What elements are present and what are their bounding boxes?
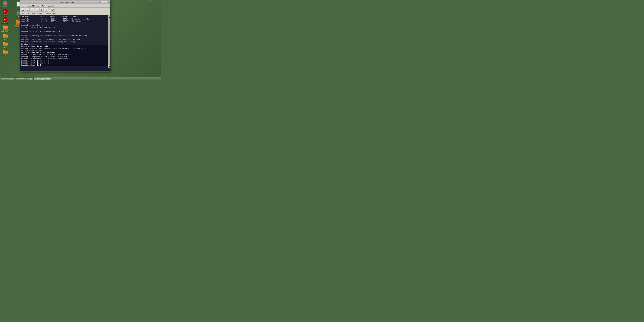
scrollbar[interactable]: ▲ ▼: [108, 15, 110, 68]
desktop-icon-5-2-label: 5.2: [18, 7, 20, 8]
desktop-icon-trash[interactable]: Trash: [0, 1, 10, 8]
terminal-content[interactable]: /dev/vda1 * 2048 411647 204800 83 Linux …: [20, 15, 110, 71]
trash-icon: [3, 1, 8, 6]
desktop-icon-disk-mgmt[interactable]: (2)磁盘管理: [0, 25, 10, 32]
term-line-3: [21, 22, 109, 24]
term-line-1: /dev/vda2 411648 1026047 307200 82 Linux…: [21, 18, 109, 20]
desktop-icon-4-27-label: 4.27: [4, 55, 6, 56]
move-icon[interactable]: ✛: [107, 8, 109, 12]
folder-icon-4: [3, 50, 8, 54]
toolbar-btn-monitor[interactable]: [21, 8, 25, 12]
term-line-0: /dev/vda1 * 2048 411647 204800 83 Linux: [21, 16, 109, 18]
term-line-5: The partition table has been altered!: [21, 26, 109, 29]
outer-menu-bar: File Virtual Machine View Send Key: [20, 4, 110, 8]
desktop-icon-5-1[interactable]: 5.1: [0, 42, 10, 48]
desktop-icon-view-desktop-label: iew Desktop: [1, 14, 9, 16]
term-line-18: mkswap: /dev/vda2: warning: wiping old s…: [21, 54, 109, 56]
term-line-14: [root@localhost ~]# partprobe: [21, 45, 109, 48]
svg-rect-23: [27, 10, 28, 11]
svg-rect-8: [18, 11, 19, 12]
taskbar-item-gedit[interactable]: [~/Desktop] - gedit: [0, 78, 15, 80]
term-line-12: the next reboot or after you run partpro…: [21, 41, 109, 43]
svg-rect-14: [18, 22, 19, 22]
window-controls: − □ ✕: [100, 1, 108, 4]
desktop-icon-view-server-label: iew Server: [2, 22, 8, 24]
svg-point-20: [27, 9, 28, 10]
url-bar: https://blog.csdn.net/m/m/yyy: [146, 0, 161, 2]
terminal-menu-help[interactable]: Help: [52, 13, 57, 15]
scroll-track: [108, 18, 110, 65]
term-line-23: [root@localhost ~]#: [21, 64, 109, 66]
term-line-20: no label, UUID=aeb16c17-e974-4757-a88d-5…: [21, 58, 109, 60]
svg-rect-15: [18, 22, 19, 23]
terminal-menu-search[interactable]: Search: [37, 13, 43, 15]
toolbar-btn-light[interactable]: [26, 8, 30, 12]
term-line-21: [root@localhost ~]# swapon -s: [21, 60, 109, 62]
toolbar-btn-play[interactable]: ▶: [30, 8, 34, 12]
term-line-7: Calling ioctl() to re-read partition tab…: [21, 31, 109, 33]
desktop-icon-5-3[interactable]: 5.3: [0, 34, 10, 40]
minimize-button[interactable]: −: [100, 1, 103, 4]
terminal-dark-section: [root@localhost ~]# partprobe Warning: U…: [21, 45, 109, 66]
taskbar-item-virt-manager[interactable]: Virtual Machine Manager: [15, 78, 34, 80]
window-title: node2 on QEMU/KVM: [31, 2, 100, 3]
toolbar: ▶ ⏸ ⏹ ▼ ✛: [20, 8, 110, 12]
terminal-menu-file[interactable]: File: [21, 13, 24, 15]
desktop-icon-5-3-label: 5.3: [4, 39, 6, 40]
term-line-19: Setting up swapspace version 1, size = 3…: [21, 56, 109, 58]
toolbar-btn-dropdown[interactable]: ▼: [44, 8, 48, 12]
terminal-menu-view[interactable]: View: [31, 13, 36, 15]
maximize-button[interactable]: □: [103, 1, 106, 4]
taskbar: [~/Desktop] - gedit Virtual Machine Mana…: [0, 77, 161, 80]
svg-rect-2: [4, 1, 6, 2]
term-line-10: busy.: [21, 37, 109, 39]
svg-rect-16: [22, 9, 24, 10]
menu-send-key[interactable]: Send Key: [47, 5, 56, 7]
menu-virtual-machine[interactable]: Virtual Machine: [26, 5, 40, 7]
terminal-menu-terminal[interactable]: Terminal: [44, 13, 52, 15]
desktop-icon-disk-label: (2)磁盘管理: [2, 30, 9, 32]
close-button[interactable]: ✕: [106, 1, 108, 4]
desktop: Trash RH iew Desktop RH iew Server (2)磁盘…: [0, 0, 161, 80]
scroll-up-btn[interactable]: ▲: [108, 16, 110, 18]
desktop-icon-5-1-label: 5.1: [4, 47, 6, 48]
desktop-icon-trash-label: Trash: [3, 6, 7, 8]
term-line-9: WARNING: Re-reading the partition table …: [21, 35, 109, 37]
svg-rect-13: [18, 21, 20, 22]
desktop-icon-4-27[interactable]: 4.27: [0, 50, 10, 56]
term-line-2: /dev/vda3 1435648 16777215 7670784 83 Li…: [21, 20, 109, 22]
term-line-17: [root@localhost ~]# mkswap /dev/vda2: [21, 52, 109, 54]
redhat-icon: RH: [3, 9, 8, 14]
terminal-window: node2 on QEMU/KVM − □ ✕ File Virtual Mac…: [20, 0, 110, 72]
folder-icon-3: [3, 42, 8, 46]
term-line-16: as been opened read-only.: [21, 50, 109, 52]
term-line-4: Command (m for help): wq: [21, 24, 109, 26]
menu-file[interactable]: File: [21, 5, 25, 7]
folder-icon-1: [3, 25, 8, 30]
term-line-13: Syncing disks.: [21, 43, 109, 45]
terminal-menu-edit[interactable]: Edit: [26, 13, 30, 15]
redhat-icon-2: RH: [3, 17, 8, 22]
desktop-left-icons: Trash RH iew Desktop RH iew Server (2)磁盘…: [0, 0, 10, 57]
terminal-inner-menu: File Edit View Search Terminal Help: [20, 12, 110, 15]
svg-rect-1: [3, 2, 7, 2]
menu-view[interactable]: View: [41, 5, 46, 7]
window-titlebar: node2 on QEMU/KVM − □ ✕: [20, 0, 110, 4]
term-line-6: [21, 28, 109, 31]
desktop-icon-view-desktop[interactable]: RH iew Desktop: [0, 9, 10, 16]
term-line-11: The kernel still uses the old table. The…: [21, 39, 109, 41]
term-line-22: [root@localhost ~]# swapon -s: [21, 62, 109, 64]
toolbar-btn-stop[interactable]: ⏹: [40, 8, 44, 12]
toolbar-btn-fullscreen[interactable]: [50, 8, 55, 12]
scroll-down-btn[interactable]: ▼: [108, 65, 110, 68]
toolbar-btn-pause[interactable]: ⏸: [35, 8, 39, 12]
folder-icon-2: [3, 34, 8, 38]
desktop-icon-view-server[interactable]: RH iew Server: [0, 17, 10, 24]
taskbar-item-node2[interactable]: node2 on QEMU/KVM: [34, 78, 51, 80]
term-line-8: [21, 33, 109, 35]
desktop-icon-trash-2-label: Trash: [17, 16, 20, 18]
term-line-15: Warning: Unable to open /dev/sr0 read-wr…: [21, 48, 109, 50]
